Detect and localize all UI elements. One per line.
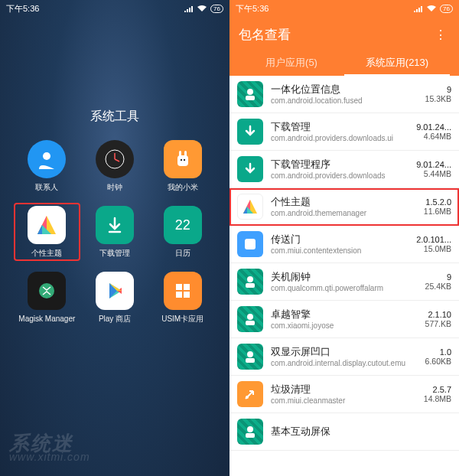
svg-point-12 [247, 89, 253, 95]
theme-icon [28, 206, 66, 244]
app-mi[interactable]: 我的小米 [152, 140, 213, 192]
wifi-icon [197, 5, 207, 12]
list-item[interactable]: 传送门com.miui.contentextension2.0.101...15… [230, 226, 459, 263]
download-icon [96, 206, 134, 244]
status-time: 下午5:36 [6, 3, 39, 15]
battery-icon: 76 [440, 5, 453, 13]
app-label: 个性主题 [31, 249, 62, 258]
status-bar: 下午5:36 76 [0, 0, 230, 17]
row-size: 6.60KB [425, 357, 451, 366]
row-package: com.miui.cleanmaster [271, 396, 416, 405]
app-icon [237, 194, 263, 220]
magisk-icon [28, 272, 66, 310]
battery-icon: 76 [210, 5, 223, 13]
app-list[interactable]: 一体化位置信息com.android.location.fused915.3KB… [230, 76, 459, 476]
row-package: com.miui.contentextension [271, 246, 409, 255]
row-version: 2.5.7 [424, 385, 451, 394]
row-meta: 925.4KB [425, 272, 451, 291]
app-clock[interactable]: 时钟 [85, 140, 145, 192]
row-package: com.android.location.fused [271, 96, 418, 105]
row-text: 双显示屏凹口com.android.internal.display.cutou… [271, 346, 418, 367]
row-title: 下载管理 [271, 121, 409, 134]
watermark: 系统迷 www.xitmi.com [9, 435, 90, 462]
app-theme[interactable]: 个性主题 [14, 203, 80, 261]
row-text: 下载管理com.android.providers.downloads.ui [271, 121, 409, 142]
app-play[interactable]: Play 商店 [85, 272, 145, 324]
row-meta: 2.0.101...15.0MB [416, 235, 451, 253]
clock-icon [96, 140, 134, 178]
svg-point-19 [247, 351, 253, 357]
row-meta: 915.3KB [425, 85, 451, 103]
signal-icon [414, 5, 423, 12]
right-screen: 下午5:36 76 包名查看 ⋮ 用户应用(5) 系统应用(213) 一体化位置… [230, 0, 459, 476]
list-item[interactable]: 卓越智擎com.xiaomi.joyose2.1.10577.KB [230, 301, 459, 338]
list-item[interactable]: 下载管理程序com.android.providers.downloads9.0… [230, 151, 459, 188]
svg-rect-13 [246, 96, 255, 100]
tab-user-apps[interactable]: 用户应用(5) [239, 50, 344, 76]
list-item[interactable]: 下载管理com.android.providers.downloads.ui9.… [230, 113, 459, 151]
app-icon [237, 306, 263, 332]
app-magisk[interactable]: Magisk Manager [17, 272, 77, 324]
svg-point-6 [183, 159, 184, 161]
app-usim[interactable]: USIM卡应用 [152, 272, 213, 324]
calendar-icon: 22 [164, 206, 202, 244]
svg-rect-8 [176, 284, 182, 290]
row-title: 双显示屏凹口 [271, 346, 418, 359]
list-item[interactable]: 基本互动屏保 [230, 413, 459, 451]
status-time: 下午5:36 [236, 3, 269, 15]
app-label: 下载管理 [99, 249, 130, 258]
list-item[interactable]: 关机闹钟com.qualcomm.qti.poweroffalarm925.4K… [230, 263, 459, 301]
wifi-icon [426, 5, 437, 12]
svg-rect-20 [246, 358, 255, 363]
row-package: com.android.providers.downloads.ui [271, 134, 409, 142]
status-indicators: 76 [414, 5, 453, 13]
tab-system-apps[interactable]: 系统应用(213) [344, 50, 450, 76]
row-text: 一体化位置信息com.android.location.fused [271, 83, 418, 105]
app-label: 我的小米 [168, 183, 198, 192]
row-title: 垃圾清理 [271, 383, 416, 396]
row-text: 传送门com.miui.contentextension [271, 233, 409, 255]
mi-bunny-icon [164, 140, 202, 178]
list-item[interactable]: 个性主题com.android.thememanager1.5.2.011.6M… [230, 188, 459, 226]
watermark-sub: www.xitmi.com [9, 452, 90, 462]
svg-point-17 [247, 314, 253, 320]
svg-rect-4 [184, 151, 187, 157]
row-version: 1.5.2.0 [424, 197, 451, 207]
row-text: 个性主题com.android.thememanager [271, 196, 416, 217]
row-version: 9 [425, 272, 451, 282]
app-download[interactable]: 下载管理 [85, 206, 145, 258]
row-text: 关机闹钟com.qualcomm.qti.poweroffalarm [271, 271, 418, 292]
overflow-menu-icon[interactable]: ⋮ [431, 28, 450, 42]
list-item[interactable]: 一体化位置信息com.android.location.fused915.3KB [230, 76, 459, 113]
sim-icon [164, 272, 202, 310]
row-size: 4.64MB [416, 132, 451, 141]
app-calendar[interactable]: 22 日历 [152, 206, 213, 258]
row-meta: 9.01.24...4.64MB [416, 122, 451, 141]
row-meta: 9.01.24...5.44MB [416, 160, 451, 178]
list-item[interactable]: 垃圾清理com.miui.cleanmaster2.5.714.8MB [230, 376, 459, 413]
status-indicators: 76 [184, 5, 223, 13]
row-title: 基本互动屏保 [271, 425, 444, 439]
row-title: 下载管理程序 [271, 158, 409, 171]
tabs: 用户应用(5) 系统应用(213) [239, 50, 450, 76]
list-item[interactable]: 双显示屏凹口com.android.internal.display.cutou… [230, 338, 459, 376]
row-size: 11.6MB [424, 207, 451, 216]
app-icon [237, 269, 263, 295]
row-version: 9.01.24... [416, 160, 451, 169]
svg-rect-23 [246, 433, 255, 438]
row-package: com.xiaomi.joyose [271, 321, 418, 330]
row-meta: 2.5.714.8MB [424, 385, 451, 403]
row-meta: 1.06.60KB [425, 347, 451, 366]
svg-rect-9 [184, 284, 190, 290]
calendar-date: 22 [175, 217, 190, 233]
row-size: 15.0MB [416, 244, 451, 253]
app-icon [237, 81, 263, 107]
row-package: com.android.internal.display.cutout.emu [271, 359, 418, 367]
page-title: 包名查看 [239, 26, 291, 44]
svg-point-22 [247, 426, 253, 432]
play-store-icon [96, 272, 134, 310]
person-icon [28, 140, 66, 178]
app-contacts[interactable]: 联系人 [17, 140, 77, 192]
svg-rect-2 [177, 155, 188, 166]
row-size: 14.8MB [424, 394, 451, 403]
